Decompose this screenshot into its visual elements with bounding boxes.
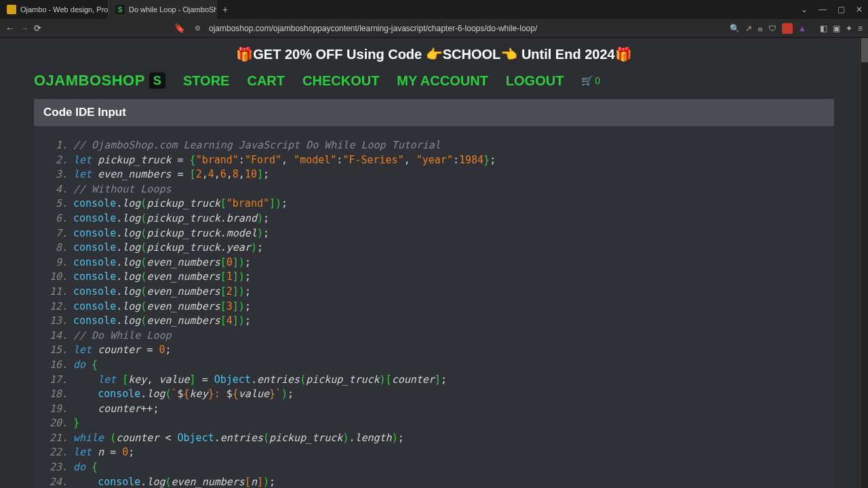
line-number: 24. xyxy=(43,475,68,488)
code-text: // Do While Loop xyxy=(73,329,172,344)
code-line: 7.console.log(pickup_truck.model); xyxy=(43,226,825,241)
code-line: 8.console.log(pickup_truck.year); xyxy=(43,241,825,256)
code-line: 17. let [key, value] = Object.entries(pi… xyxy=(43,373,825,388)
rss-icon[interactable]: ⴰ xyxy=(757,24,763,33)
maximize-icon[interactable]: ▢ xyxy=(837,5,845,14)
tab-strip: Ojambo - Web design, Program S Do while … xyxy=(0,0,233,19)
favicon-icon xyxy=(7,5,16,14)
code-text: console.log(pickup_truck.model); xyxy=(73,226,269,241)
shield-icon[interactable]: 🛡 xyxy=(768,24,776,33)
code-text: while (counter < Object.entries(pickup_t… xyxy=(73,431,404,446)
code-text: // Without Loops xyxy=(73,182,172,197)
tab-title: Ojambo - Web design, Program xyxy=(20,5,108,14)
cart-button[interactable]: 🛒0 xyxy=(581,75,600,86)
minimize-icon[interactable]: — xyxy=(818,5,827,14)
line-number: 18. xyxy=(43,387,68,402)
line-number: 23. xyxy=(43,460,68,475)
address-bar[interactable]: ojamboshop.com/ojamboshoppaycontent/lear… xyxy=(209,24,724,33)
code-text: let counter = 0; xyxy=(73,343,172,358)
code-line: 23.do { xyxy=(43,460,825,475)
line-number: 1. xyxy=(43,138,68,153)
tab-active[interactable]: S Do while Loop - OjamboSh × xyxy=(108,0,217,19)
bookmark-icon[interactable]: 🔖 xyxy=(174,23,185,33)
line-number: 7. xyxy=(43,226,68,241)
line-number: 12. xyxy=(43,300,68,314)
cart-count: 0 xyxy=(595,75,600,86)
code-line: 9.console.log(even_numbers[0]); xyxy=(43,256,825,270)
code-line: 18. console.log(`${key}: ${value}`); xyxy=(43,387,825,402)
cart-icon: 🛒 xyxy=(581,75,593,86)
brand-logo[interactable]: OJAMBOSHOP S xyxy=(34,72,165,89)
line-number: 13. xyxy=(43,314,68,329)
code-line: 14.// Do While Loop xyxy=(43,329,825,344)
vertical-scrollbar[interactable] xyxy=(861,38,868,488)
line-number: 10. xyxy=(43,270,68,285)
code-line: 5.console.log(pickup_truck["brand"]); xyxy=(43,197,825,211)
line-number: 22. xyxy=(43,445,68,460)
code-line: 2.let pickup_truck = {"brand":"Ford", "m… xyxy=(43,153,825,168)
line-number: 15. xyxy=(43,343,68,358)
new-tab-button[interactable]: + xyxy=(217,0,233,19)
code-header: Code IDE Input xyxy=(34,99,834,126)
zoom-icon[interactable]: 🔍 xyxy=(730,24,740,33)
share-icon[interactable]: ↗ xyxy=(745,24,752,33)
menu-icon[interactable]: ≡ xyxy=(858,24,863,33)
sidebar-icon[interactable]: ◧ xyxy=(820,24,827,33)
code-line: 12.console.log(even_numbers[3]); xyxy=(43,300,825,314)
line-number: 20. xyxy=(43,416,68,431)
extension-icon[interactable]: ▲ xyxy=(798,24,806,33)
code-line: 15.let counter = 0; xyxy=(43,343,825,358)
code-text: counter++; xyxy=(73,402,159,417)
line-number: 19. xyxy=(43,402,68,417)
code-text: let n = 0; xyxy=(73,445,134,460)
code-line: 10.console.log(even_numbers[1]); xyxy=(43,270,825,285)
line-number: 2. xyxy=(43,153,68,168)
code-text: do { xyxy=(73,460,98,475)
code-text: console.log(even_numbers[1]); xyxy=(73,270,251,285)
line-number: 17. xyxy=(43,373,68,388)
code-line: 24. console.log(even_numbers[n]); xyxy=(43,475,825,488)
chevron-down-icon[interactable]: ⌄ xyxy=(801,5,808,14)
code-text: console.log(pickup_truck.brand); xyxy=(73,211,269,226)
code-text: console.log(even_numbers[0]); xyxy=(73,256,251,270)
line-number: 16. xyxy=(43,358,68,373)
site-nav: OJAMBOSHOP S STORE CART CHECKOUT MY ACCO… xyxy=(0,68,868,99)
code-line: 16.do { xyxy=(43,358,825,373)
sparkle-icon[interactable]: ✦ xyxy=(846,24,852,33)
brand-text: OJAMBOSHOP xyxy=(34,72,145,89)
back-icon[interactable]: ← xyxy=(5,23,14,33)
extension-icon[interactable] xyxy=(782,23,793,34)
page-content: 🎁GET 20% OFF Using Code 👉SCHOOL👈 Until E… xyxy=(0,38,868,488)
code-text: console.log(even_numbers[4]); xyxy=(73,314,251,329)
code-text: } xyxy=(73,416,79,431)
code-body[interactable]: 1.// OjamboShop.com Learning JavaScript … xyxy=(34,126,834,488)
code-line: 22.let n = 0; xyxy=(43,445,825,460)
favicon-icon: S xyxy=(115,5,125,14)
reload-icon[interactable]: ⟳ xyxy=(34,23,41,33)
close-window-icon[interactable]: ✕ xyxy=(856,5,863,14)
nav-cart[interactable]: CART xyxy=(247,73,285,89)
promo-banner: 🎁GET 20% OFF Using Code 👉SCHOOL👈 Until E… xyxy=(0,38,868,68)
nav-account[interactable]: MY ACCOUNT xyxy=(397,73,488,89)
tab-title: Do while Loop - OjamboSh xyxy=(129,5,217,14)
code-text: let [key, value] = Object.entries(pickup… xyxy=(73,373,447,388)
forward-icon[interactable]: → xyxy=(20,23,28,33)
line-number: 11. xyxy=(43,285,68,300)
code-line: 11.console.log(even_numbers[2]); xyxy=(43,285,825,300)
code-text: console.log(even_numbers[n]); xyxy=(73,475,275,488)
code-line: 20.} xyxy=(43,416,825,431)
reader-icon[interactable]: ▣ xyxy=(833,24,840,33)
line-number: 4. xyxy=(43,182,68,197)
line-number: 8. xyxy=(43,241,68,256)
code-line: 3.let even_numbers = [2,4,6,8,10]; xyxy=(43,167,825,182)
nav-checkout[interactable]: CHECKOUT xyxy=(302,73,379,89)
nav-logout[interactable]: LOGOUT xyxy=(506,73,564,89)
browser-toolbar: ← → ⟳ 🔖 ⚙ ojamboshop.com/ojamboshoppayco… xyxy=(0,19,868,38)
tab-inactive[interactable]: Ojambo - Web design, Program xyxy=(0,0,108,19)
scroll-thumb[interactable] xyxy=(861,38,868,62)
site-settings-icon[interactable]: ⚙ xyxy=(195,24,201,32)
code-line: 21.while (counter < Object.entries(picku… xyxy=(43,431,825,446)
code-line: 13.console.log(even_numbers[4]); xyxy=(43,314,825,329)
code-line: 4.// Without Loops xyxy=(43,182,825,197)
nav-store[interactable]: STORE xyxy=(183,73,230,89)
